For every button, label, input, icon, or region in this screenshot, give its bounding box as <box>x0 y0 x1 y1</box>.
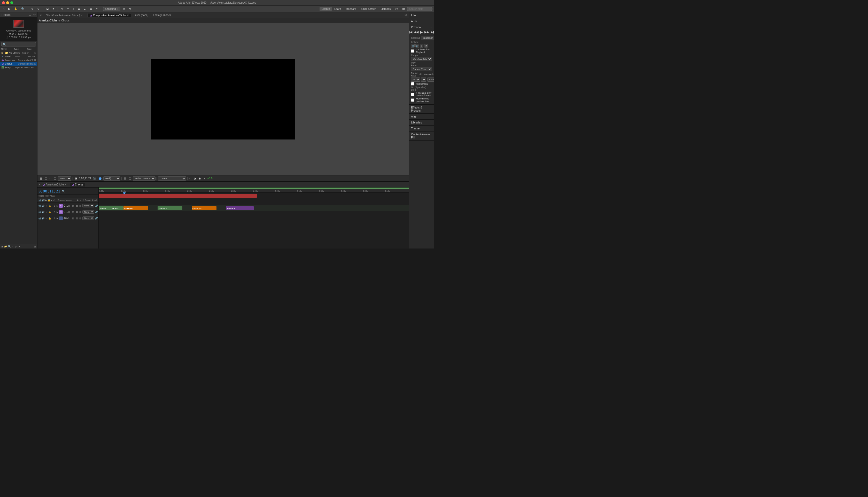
vt-render-btn[interactable]: ◉ <box>198 177 202 180</box>
shortcut-select[interactable]: Spacebar <box>421 36 434 40</box>
lr-parent-select-2[interactable]: None <box>82 210 94 214</box>
pen-tool[interactable]: ✎ <box>60 7 65 11</box>
align-section[interactable]: Align <box>409 114 434 119</box>
close-fx-tab[interactable]: ✕ <box>39 13 43 17</box>
cache-before-checkbox[interactable] <box>411 49 414 53</box>
lr-audio-3[interactable]: 🔊 <box>41 217 44 220</box>
clone-tool[interactable]: ✦ <box>94 7 99 11</box>
project-item-chorus[interactable]: ◕ Chorus Composition 29.97 <box>0 62 37 66</box>
brush-tool[interactable]: ✏ <box>66 7 71 11</box>
effect-controls-close[interactable]: ✕ <box>81 14 83 16</box>
lr-switch-3[interactable]: ▤ <box>72 217 75 220</box>
clip-verse-1[interactable]: VERSE <box>99 206 111 210</box>
redo-btn[interactable]: ↻ <box>36 7 41 11</box>
nav-small-screen[interactable]: Small Screen <box>359 7 378 11</box>
project-expand[interactable]: >> <box>33 13 35 16</box>
audio-section[interactable]: Audio <box>409 18 434 24</box>
hand-tool[interactable]: ✋ <box>13 7 19 11</box>
play-from-select[interactable]: Current Time <box>411 67 432 71</box>
preview-play-stop[interactable]: ▶ <box>420 30 423 34</box>
project-item-america-wav[interactable]: ♬ America_K).wav WAV 102 MB <box>0 55 37 58</box>
clip-verse-2[interactable]: VERS... <box>111 206 124 210</box>
composition-tab[interactable]: ◕ Composition AmericanCliche ✕ <box>88 13 131 17</box>
fps-select[interactable]: 29.97 <box>411 77 420 82</box>
move-time-checkbox[interactable] <box>411 98 414 102</box>
lr-solo-1[interactable]: ○ <box>45 204 48 208</box>
vt-view-opts[interactable]: □ <box>189 177 192 180</box>
close-button[interactable] <box>2 1 5 4</box>
clip-layer1-main[interactable] <box>99 194 257 198</box>
lr-parent-select-3[interactable]: None <box>82 216 94 220</box>
search-btn[interactable]: 🔍 <box>8 245 11 248</box>
lr-paint-3[interactable]: ▨ <box>75 217 79 220</box>
footage-tab[interactable]: Footage (none) <box>151 13 173 17</box>
vt-mask-btn[interactable]: □ <box>49 177 52 180</box>
lr-video-2[interactable]: 📹 <box>38 211 41 214</box>
libraries-section[interactable]: Libraries <box>409 119 434 126</box>
fullscreen-checkbox[interactable] <box>411 82 414 85</box>
snap-icon[interactable]: ⚖ <box>122 7 127 11</box>
breadcrumb-chorus[interactable]: Chorus <box>61 19 70 22</box>
bezier-tool[interactable]: ▲ <box>82 7 88 11</box>
layer-row-1[interactable]: 📹 🔊 ○ 🔒 1 ▶ C Chorus ▤ ▨ ▦ <box>38 203 98 209</box>
new-comp-btn[interactable]: ◕ <box>1 245 3 248</box>
eraser-tool[interactable]: ■ <box>77 7 81 11</box>
lr-audio-1[interactable]: 🔊 <box>41 204 44 208</box>
pi-audio-icon[interactable]: 🔊 <box>415 44 419 47</box>
lr-paint-2[interactable]: ▨ <box>72 211 75 214</box>
project-menu-btn[interactable]: ☰ <box>29 13 31 16</box>
close-tl-tab[interactable]: ✕ <box>39 183 41 186</box>
layer-row-2[interactable]: 📹 🔊 ○ 🔒 2 ▶ C Chorus ▤ ▨ ▦ <box>38 209 98 215</box>
track-row-2[interactable] <box>99 199 409 205</box>
select-tool[interactable]: ▶ <box>7 7 12 11</box>
vt-fit-btn[interactable]: ▣ <box>74 177 78 180</box>
nav-learn[interactable]: Learn <box>332 7 343 11</box>
track-row-1[interactable] <box>99 193 409 199</box>
motion-btn[interactable]: ✦ <box>51 7 56 11</box>
lr-audio-2[interactable]: 🔊 <box>41 211 44 214</box>
clip-verse-3[interactable]: VERSE 3 <box>158 206 182 210</box>
vt-toggle-btn[interactable]: ▤ <box>123 177 127 180</box>
pi-render-icon[interactable]: ◔ <box>424 44 428 47</box>
track-row-3[interactable]: VERSE VERS... CHORUS VERSE 3 CHORUS VERS… <box>99 205 409 211</box>
nav-libraries[interactable]: Libraries <box>379 7 393 11</box>
lr-lock-2[interactable]: 🔒 <box>48 211 51 214</box>
create-folder-btn[interactable]: ◻ <box>34 52 36 54</box>
lr-3d-1[interactable]: ▦ <box>75 204 79 208</box>
vt-color-btn[interactable]: ⬤ <box>98 177 102 180</box>
grid-btn[interactable]: ◪ <box>45 7 50 11</box>
vt-camera-icon[interactable]: 📷 <box>92 177 97 180</box>
project-item-jon[interactable]: 🖼 jon-tys...lash.jpg ImporterJPEG 4.3 MB <box>0 66 37 69</box>
maximize-button[interactable] <box>10 1 13 4</box>
vt-comp-btn[interactable]: ◕ <box>193 177 197 180</box>
text-tool[interactable]: T <box>72 7 76 11</box>
zoom-select[interactable]: 50% 100% 25% <box>58 176 71 181</box>
minimize-button[interactable] <box>6 1 9 4</box>
pi-overflow-icon[interactable]: ▤ <box>420 44 423 47</box>
lr-expand-2[interactable]: ▶ <box>57 211 59 213</box>
vt-grid-btn[interactable]: ◫ <box>44 177 48 180</box>
layer-tab[interactable]: Layer (none) <box>132 13 151 17</box>
lr-switch-1[interactable]: ▤ <box>68 204 71 208</box>
camera-btn[interactable]: ▩ <box>401 7 406 11</box>
vt-exposure-btn[interactable]: ⚬ <box>203 177 207 180</box>
transform-btn[interactable]: ✥ <box>128 7 132 11</box>
effect-controls-tab[interactable]: Effect Controls American Cliche ( ✕ <box>44 13 85 17</box>
info-section[interactable]: Info <box>409 12 434 18</box>
range-select[interactable]: Work Area Extended By Current ... <box>411 57 432 61</box>
vt-3d-btn[interactable]: ▢ <box>53 177 57 180</box>
search-input[interactable] <box>407 7 432 11</box>
nav-standard[interactable]: Standard <box>344 7 358 11</box>
layer-row-3[interactable]: 📹 🔊 ○ 🔒 3 ▶ America...D DK).wav ▤ ▨ ▤ <box>38 215 98 222</box>
timeline-time-display[interactable]: 0;00;11;21 <box>39 189 60 193</box>
project-item-americancliche[interactable]: ◕ AmericanCliche Composition 29.97 <box>0 58 37 62</box>
lr-lock-1[interactable]: 🔒 <box>48 204 51 208</box>
preview-fwd-frame[interactable]: ▶▶ <box>424 30 429 34</box>
composition-tab-close[interactable]: ✕ <box>127 14 129 16</box>
nav-expand[interactable]: >> <box>393 7 400 11</box>
pi-video-icon[interactable]: 📹 <box>411 44 415 47</box>
preview-to-start[interactable]: ▮◀ <box>409 30 413 34</box>
preview-collapse-btn[interactable]: − <box>430 26 432 29</box>
tracker-section[interactable]: Tracker <box>409 126 434 131</box>
clip-verse-4[interactable]: VERSE 4 <box>226 206 254 210</box>
